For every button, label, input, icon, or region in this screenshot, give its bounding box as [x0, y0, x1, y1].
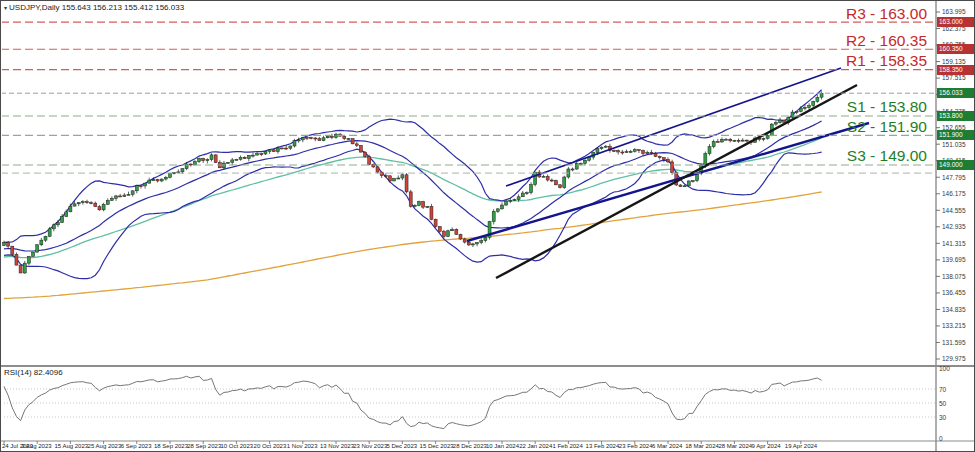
- rsi-pane: [1, 376, 936, 428]
- x-axis-date-label: 25 Aug 2023: [88, 443, 122, 449]
- rsi-scale-30: 30: [939, 414, 946, 421]
- level-label-r3[interactable]: R3 - 163.00: [846, 5, 927, 23]
- y-axis-tick-label: 144.555: [942, 207, 966, 214]
- y-axis-tick-label: 151.035: [942, 141, 966, 148]
- x-axis-date-label: 10 Oct 2023: [220, 443, 253, 449]
- main-pane: [1, 22, 936, 298]
- y-axis-tick-label: 129.975: [942, 355, 966, 362]
- y-axis-tick-label: 163.995: [942, 8, 966, 15]
- rsi-indicator-label: RSI(14) 82.4096: [4, 368, 63, 377]
- level-label-r1[interactable]: R1 - 158.35: [846, 52, 927, 70]
- x-axis-date-label: 19 Apr 2024: [785, 443, 817, 449]
- y-axis-tick-label: 142.935: [942, 223, 966, 230]
- y-axis-tick-label: 138.075: [942, 273, 966, 280]
- y-axis-tick-label: 139.695: [942, 256, 966, 263]
- x-axis-date-label: 18 Mar 2024: [685, 443, 719, 449]
- level-label-r2[interactable]: R2 - 160.35: [846, 32, 927, 50]
- trendline-2[interactable]: [496, 85, 857, 278]
- price-badge-r3: 163.000: [937, 17, 975, 27]
- y-axis-tick-label: 141.315: [942, 240, 966, 247]
- x-axis-date-label: 23 Feb 2024: [619, 443, 653, 449]
- current-price-badge: 156.033: [937, 88, 975, 98]
- price-badge-r1: 158.350: [937, 65, 975, 75]
- x-axis-date-label: 15 Aug 2023: [54, 443, 88, 449]
- candlesticks: [3, 91, 824, 273]
- rsi-scale-100: 100: [939, 365, 950, 372]
- x-axis-date-label: 15 Dec 2023: [420, 443, 454, 449]
- ma-teal-line: [4, 138, 822, 258]
- y-axis-tick-label: 157.515: [942, 74, 966, 81]
- y-axis-tick-label: 136.455: [942, 289, 966, 296]
- x-axis-date-label: 22 Jan 2024: [519, 443, 552, 449]
- rsi-line: [4, 376, 822, 428]
- chart-title-text: USDJPY,Daily 155.643 156.213 155.412 156…: [9, 3, 184, 12]
- y-axis-tick-label: 146.175: [942, 190, 966, 197]
- y-axis-tick-label: 133.215: [942, 322, 966, 329]
- price-chart-canvas[interactable]: [1, 1, 975, 452]
- x-axis-date-label: 9 Apr 2024: [752, 443, 781, 449]
- rsi-scale-70: 70: [939, 386, 946, 393]
- x-axis-date-label: 28 Sep 2023: [187, 443, 221, 449]
- x-axis-date-label: 20 Oct 2023: [254, 443, 287, 449]
- x-axis-date-label: 6 Sep 2023: [121, 443, 152, 449]
- y-axis-tick-label: 147.795: [942, 174, 966, 181]
- x-axis-date-label: 23 Nov 2023: [353, 443, 387, 449]
- x-axis-date-label: 28 Dec 2023: [453, 443, 487, 449]
- x-axis-date-label: 18 Sep 2023: [154, 443, 188, 449]
- level-label-s2[interactable]: S2 - 151.90: [847, 118, 927, 136]
- price-badge-r2: 160.350: [937, 44, 975, 54]
- x-axis-date-label: 10 Jan 2024: [486, 443, 519, 449]
- x-axis-date-label: 13 Feb 2024: [586, 443, 620, 449]
- x-axis-date-label: 6 Mar 2024: [652, 443, 682, 449]
- level-label-s1[interactable]: S1 - 153.80: [847, 98, 927, 116]
- sma-orange-line: [4, 192, 822, 299]
- y-axis-tick-label: 134.835: [942, 306, 966, 313]
- y-axis-tick-label: 131.595: [942, 339, 966, 346]
- rsi-scale-50: 50: [939, 400, 946, 407]
- symbol-dropdown-icon[interactable]: ▾: [4, 5, 7, 11]
- chart-title: ▾USDJPY,Daily 155.643 156.213 155.412 15…: [4, 3, 184, 12]
- x-axis-date-label: 13 Nov 2023: [320, 443, 354, 449]
- x-axis-date-label: 5 Dec 2023: [386, 443, 417, 449]
- x-axis-date-label: 3 Aug 2023: [21, 443, 51, 449]
- level-label-s3[interactable]: S3 - 149.00: [847, 147, 927, 165]
- x-axis-date-label: 28 Mar 2024: [718, 443, 752, 449]
- price-badge-s3: 149.000: [937, 160, 975, 170]
- trading-chart-window: ▾USDJPY,Daily 155.643 156.213 155.412 15…: [0, 0, 975, 452]
- price-badge-s1: 153.800: [937, 111, 975, 121]
- rsi-scale-0: 0: [939, 435, 943, 442]
- x-axis-date-label: 1 Feb 2024: [552, 443, 582, 449]
- x-axis-date-label: 1 Nov 2023: [287, 443, 318, 449]
- price-badge-s2: 151.900: [937, 130, 975, 140]
